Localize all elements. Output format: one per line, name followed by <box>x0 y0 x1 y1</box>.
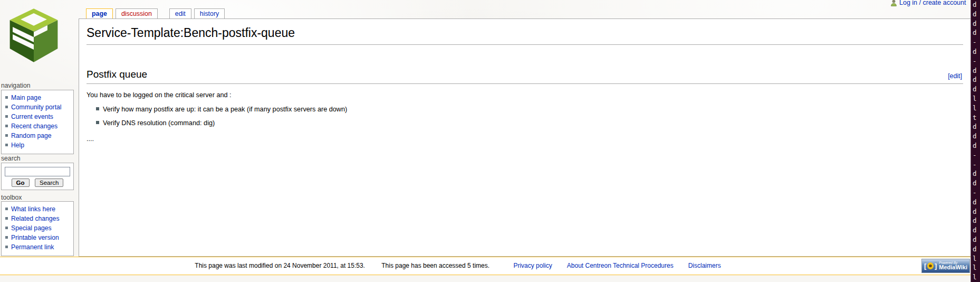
toolbox-item[interactable]: Special pages <box>2 223 73 233</box>
edge-text-fragment: d <box>971 225 980 235</box>
edge-text-fragment: d <box>971 19 980 29</box>
mediawiki-label: MediaWiki <box>939 265 967 270</box>
edit-section-link[interactable]: [edit] <box>948 72 962 81</box>
footer-link[interactable]: Disclaimers <box>688 262 721 269</box>
browser-viewport: Log in / create account page discussion … <box>0 0 980 282</box>
bullet-icon <box>5 106 8 108</box>
bullet-icon <box>5 144 8 146</box>
bullet-icon <box>5 236 8 239</box>
navigation-item[interactable]: Help <box>2 140 73 150</box>
toolbox-link[interactable]: Printable version <box>11 234 59 241</box>
sunflower-icon <box>927 262 934 269</box>
navigation-link[interactable]: Random page <box>11 132 52 139</box>
trailing-paragraph: .... <box>87 134 963 144</box>
search-input[interactable] <box>5 167 70 176</box>
bracket-left: [ <box>924 262 926 269</box>
edge-text-fragment: d <box>971 84 980 94</box>
toolbox-item[interactable]: What links here <box>2 204 73 214</box>
navigation-link[interactable]: Main page <box>11 94 41 101</box>
edge-text-fragment: d <box>971 66 980 76</box>
navigation-list: Main page Community portal Current event… <box>2 93 73 150</box>
instruction-list: Verify how many postfix are up: it can b… <box>87 105 963 128</box>
bullet-icon <box>5 208 8 210</box>
page-footer: This page was last modified on 24 Novemb… <box>0 257 972 275</box>
bullet-icon <box>5 125 8 127</box>
footer-link[interactable]: Privacy policy <box>513 262 552 269</box>
footer-text: This page was last modified on 24 Novemb… <box>0 262 923 269</box>
bullet-icon <box>5 246 8 248</box>
go-button[interactable]: Go <box>12 178 30 187</box>
search-label: search <box>1 155 21 162</box>
navigation-item[interactable]: Recent changes <box>2 121 73 131</box>
edge-text-fragment: l <box>971 94 980 104</box>
edge-text-fragment: d <box>971 47 980 57</box>
personal-bar: Log in / create account <box>890 0 966 6</box>
section-heading: Postfix queue <box>87 69 147 80</box>
edge-text-fragment: d <box>971 10 980 19</box>
edge-text-fragment: l <box>971 272 980 282</box>
toolbox-item[interactable]: Related changes <box>2 214 73 223</box>
intro-paragraph: You have to be logged on the critical se… <box>87 90 963 100</box>
navigation-link[interactable]: Current events <box>11 113 53 120</box>
edge-text-fragment: - <box>971 37 980 47</box>
edge-text-fragment: d <box>971 245 980 254</box>
footer-link[interactable]: About Centreon Technical Procedures <box>567 262 674 269</box>
search-button[interactable]: Search <box>35 178 63 187</box>
page-title: Service-Template:Bench-postfix-queue <box>87 24 963 45</box>
edge-text-fragment: - <box>971 151 980 160</box>
toolbox-link[interactable]: Permanent link <box>11 243 54 251</box>
badge-text: Powered By MediaWiki <box>939 261 967 271</box>
edge-text-fragment: l <box>971 104 980 113</box>
edge-text-fragment: d <box>971 0 980 10</box>
toolbox-box: What links here Related changes Special … <box>1 201 74 256</box>
search-buttons: Go Search <box>2 176 73 187</box>
tab-discussion[interactable]: discussion <box>116 8 158 19</box>
wiki-logo[interactable] <box>5 5 62 64</box>
navigation-link[interactable]: Recent changes <box>11 123 57 130</box>
edge-text-fragment: d <box>971 141 980 151</box>
edge-text-fragment: d <box>971 198 980 207</box>
edge-text-fragment: d <box>971 122 980 131</box>
toolbox-label: toolbox <box>1 194 22 201</box>
navigation-item[interactable]: Main page <box>2 93 73 102</box>
login-link[interactable]: Log in / create account <box>899 0 966 6</box>
toolbox-link[interactable]: What links here <box>11 205 55 213</box>
bullet-icon <box>5 115 8 118</box>
toolbox-item[interactable]: Permanent link <box>2 242 73 252</box>
edge-text-fragment: d <box>971 75 980 84</box>
bullet-icon <box>5 96 8 99</box>
powered-by-mediawiki-badge[interactable]: [ ] Powered By MediaWiki <box>921 259 970 273</box>
edge-text-fragment: d <box>971 216 980 225</box>
tab-edit[interactable]: edit <box>169 8 191 19</box>
navigation-label: navigation <box>1 82 31 89</box>
page-tabs: page discussion edit history <box>86 8 227 19</box>
navigation-link[interactable]: Community portal <box>11 104 62 111</box>
edge-text-fragment: - <box>971 160 980 170</box>
toolbox-item[interactable]: Printable version <box>2 233 73 242</box>
tab-page[interactable]: page <box>86 8 113 19</box>
navigation-item[interactable]: Current events <box>2 112 73 121</box>
last-modified-text: This page was last modified on 24 Novemb… <box>195 262 365 269</box>
cube-logo-icon <box>5 5 62 64</box>
navigation-item[interactable]: Community portal <box>2 102 73 112</box>
edge-text-fragment: t <box>971 113 980 123</box>
navigation-link[interactable]: Help <box>11 142 24 149</box>
edge-text-fragment: - <box>971 188 980 198</box>
tab-history[interactable]: history <box>194 8 225 19</box>
bullet-icon <box>5 227 8 229</box>
edge-text-fragment: l <box>971 254 980 264</box>
section-heading-row: Postfix queue [edit] <box>87 67 963 84</box>
navigation-box: Main page Community portal Current event… <box>1 90 74 154</box>
toolbox-link[interactable]: Special pages <box>11 224 52 232</box>
instruction-item: Verify DNS resolution (command: dig) <box>96 118 963 128</box>
edge-text-fragment: d <box>971 28 980 37</box>
toolbox-link[interactable]: Related changes <box>11 215 59 222</box>
edge-text-fragment: d <box>971 131 980 141</box>
background-window-edge: dddd-d-dddlltddd--dd-ddddddlll <box>971 0 980 282</box>
footer-links: Privacy policyAbout Centreon Technical P… <box>506 262 728 269</box>
search-box: Go Search <box>1 163 74 190</box>
edge-text-fragment: d <box>971 235 980 245</box>
navigation-item[interactable]: Random page <box>2 131 73 140</box>
toolbox-list: What links here Related changes Special … <box>2 204 73 252</box>
view-count-text: This page has been accessed 5 times. <box>381 262 489 269</box>
